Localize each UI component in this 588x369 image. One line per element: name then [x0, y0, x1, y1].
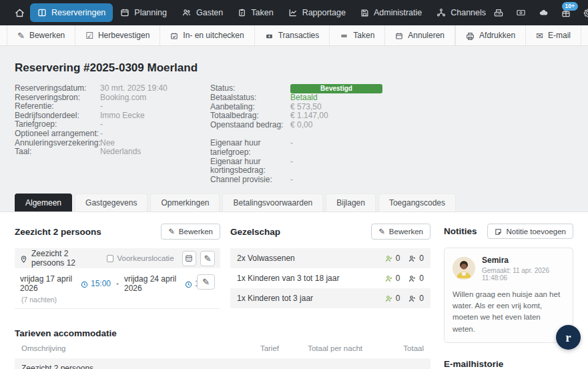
- tab-toegangscodes[interactable]: Toegangscodes: [378, 194, 456, 212]
- arrival-date: vrijdag 17 april 2026: [20, 274, 78, 293]
- print-button[interactable]: Afdrukken: [455, 25, 526, 45]
- tab-algemeen[interactable]: Algemeen: [15, 194, 72, 212]
- nav-channels[interactable]: Channels: [429, 3, 493, 23]
- network-icon: [436, 8, 446, 18]
- cloud-icon[interactable]: [538, 8, 549, 17]
- company-row-label: 2x Volwassenen: [237, 254, 295, 263]
- checkin-count: 0: [396, 274, 400, 283]
- cancel-button[interactable]: Annuleren: [385, 25, 455, 45]
- note-icon: [495, 227, 502, 235]
- gift-icon[interactable]: 10+: [561, 8, 571, 18]
- voorkeurslocatie-checkbox[interactable]: [107, 255, 113, 262]
- action-toolbar: ✎ Bewerken ☑ Herbevestigen In- en uitche…: [0, 25, 588, 46]
- field-value: 30 mrt. 2025 19:40: [100, 84, 168, 93]
- email-button[interactable]: ✉ E-mail: [526, 25, 581, 45]
- field-value: Nederlands: [100, 147, 141, 157]
- checkbox-icon: ☑: [85, 31, 93, 41]
- company-row: 2x Volwassenen 0 0: [230, 248, 430, 268]
- calendar-picker-button[interactable]: [182, 251, 197, 266]
- company-row: 1x Kinderen tot 3 jaar 0 0: [230, 288, 430, 308]
- nav-taken[interactable]: Taken: [230, 3, 280, 23]
- nav-planning[interactable]: Planning: [113, 3, 174, 23]
- nav-reserveringen[interactable]: Reserveringen: [30, 3, 113, 23]
- edit-button[interactable]: ✎ Bewerken: [7, 25, 75, 45]
- accommodation-title: Zeezicht 2 persoons: [15, 227, 101, 237]
- field-value: -: [290, 157, 293, 175]
- transactions-button[interactable]: Transacties: [255, 25, 330, 45]
- checkin-count: 0: [396, 294, 400, 303]
- company-row-label: 1x Kinderen tot 3 jaar: [237, 294, 313, 303]
- pencil-icon: ✎: [378, 227, 385, 236]
- reconfirm-button[interactable]: ☑ Herbevestigen: [75, 25, 160, 45]
- field-value: -: [290, 139, 293, 157]
- edit-location-button[interactable]: ✎: [200, 251, 215, 266]
- tasks-button[interactable]: Taken: [330, 25, 385, 45]
- nav-administratie[interactable]: Administratie: [353, 3, 429, 22]
- field-value: Nee: [100, 139, 115, 148]
- edit-dates-button[interactable]: ✎: [197, 274, 215, 290]
- calendar-cancel-icon: [395, 31, 403, 41]
- field-label: Tariefgroep:: [15, 120, 100, 129]
- company-title: Gezelschap: [230, 227, 280, 237]
- chat-widget-button[interactable]: r: [556, 325, 581, 350]
- field-label: Betaalstatus:: [210, 93, 290, 103]
- fax-icon[interactable]: [493, 8, 504, 18]
- button-label: Bewerken: [29, 31, 65, 40]
- company-row-label: 1x Kinderen van 3 tot 18 jaar: [237, 274, 339, 283]
- field-value: Immo Eecke: [100, 111, 145, 121]
- calendar-check-icon: [170, 31, 178, 41]
- button-label: Herbevestigen: [98, 31, 150, 40]
- book-icon: [37, 8, 47, 18]
- nav-label: Reserveringen: [51, 8, 105, 17]
- person-checkout-icon: [408, 294, 416, 303]
- nights-count: (7 nachten): [21, 296, 215, 304]
- pencil-icon: ✎: [204, 254, 212, 264]
- field-value: -: [100, 129, 103, 139]
- column-header: Tarief: [216, 344, 279, 352]
- field-value: € 0,00: [290, 121, 312, 130]
- note-item: Semira Gemaakt: 11 apr. 2026 11:48:06 Wi…: [444, 248, 573, 343]
- field-label: Openstaand bedrag:: [210, 121, 290, 130]
- button-label: Notitie toevoegen: [506, 228, 566, 236]
- button-label: Taken: [353, 31, 374, 40]
- tab-opmerkingen[interactable]: Opmerkingen: [150, 194, 220, 212]
- edit-company-button[interactable]: ✎ Bewerken: [371, 224, 430, 240]
- calendar-icon: [120, 8, 129, 18]
- more-actions-dropdown[interactable]: ▼: [581, 25, 588, 45]
- button-label: E-mail: [548, 31, 571, 40]
- field-value: -: [100, 102, 103, 111]
- nav-gasten[interactable]: Gasten: [174, 3, 230, 23]
- field-label: Status:: [210, 84, 290, 93]
- field-label: Taal:: [15, 147, 100, 157]
- rates-table-row: Zeezicht 2 persoons 17 apr. 2026 - 24 ap…: [15, 358, 430, 369]
- tab-bijlagen[interactable]: Bijlagen: [326, 194, 376, 212]
- location-pin-icon: [20, 252, 27, 264]
- tab-gastgegevens[interactable]: Gastgegevens: [75, 194, 148, 212]
- gear-icon[interactable]: [583, 7, 588, 18]
- paid-status: Betaald: [290, 93, 318, 103]
- banknote-icon: [265, 31, 274, 41]
- voorkeurslocatie-label: Voorkeurslocatie: [117, 254, 174, 262]
- edit-accommodation-button[interactable]: ✎ Bewerken: [161, 224, 220, 240]
- person-checkin-icon: [384, 274, 393, 283]
- cash-icon[interactable]: [515, 8, 527, 17]
- pencil-icon: ✎: [17, 31, 25, 41]
- nav-label: Taken: [251, 8, 273, 17]
- home-icon[interactable]: [9, 4, 30, 22]
- list-icon: [340, 31, 348, 41]
- check-in-out-button[interactable]: In- en uitchecken: [160, 25, 254, 45]
- field-label: Bedrijfsonderdeel:: [15, 111, 100, 121]
- add-note-button[interactable]: Notitie toevoegen: [487, 224, 573, 238]
- note-text: Willen graag een huisje aan het water. A…: [453, 289, 565, 335]
- clock-icon: [81, 279, 88, 288]
- button-label: Annuleren: [408, 31, 445, 40]
- field-label: Channel provisie:: [210, 175, 290, 185]
- person-checkout-icon: [408, 274, 416, 283]
- nav-label: Planning: [134, 8, 167, 17]
- notification-badge: 10+: [562, 2, 578, 11]
- checkin-count: 0: [396, 254, 400, 263]
- note-author-avatar: [453, 257, 475, 280]
- field-label: Reserveringsdatum:: [15, 84, 100, 93]
- nav-rapportage[interactable]: Rapportage: [281, 3, 353, 23]
- tab-betalingsvoorwaarden[interactable]: Betalingsvoorwaarden: [222, 194, 323, 212]
